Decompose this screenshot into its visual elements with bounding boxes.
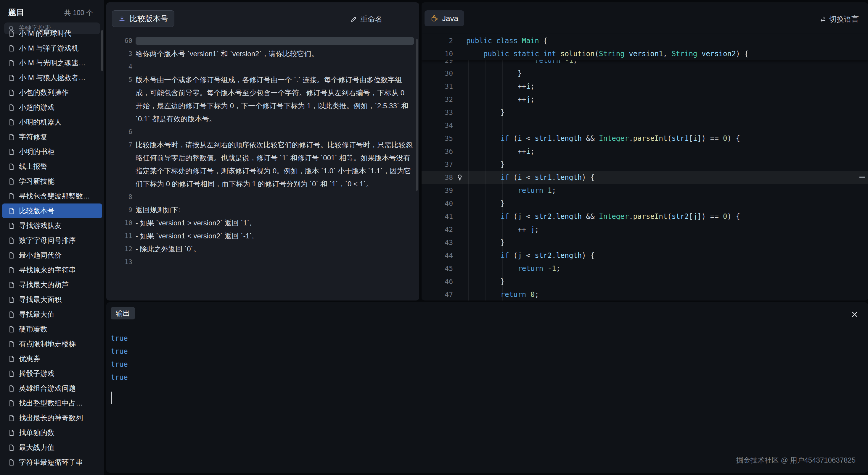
sidebar-item[interactable]: 小超的游戏 (2, 100, 102, 115)
lightbulb-slot[interactable] (453, 171, 466, 184)
description-header: 比较版本号 重命名 (106, 2, 419, 34)
switch-language-label: 切换语言 (829, 14, 859, 24)
sidebar-item-selected[interactable]: 比较版本号 (2, 203, 102, 218)
sidebar-item[interactable]: 寻找包含斐波那契数… (2, 189, 102, 203)
document-icon (8, 326, 15, 333)
sidebar-item[interactable]: 小 M 的星球时代 (2, 30, 102, 41)
sidebar-item[interactable]: 小明的机器人 (2, 115, 102, 130)
sidebar-item-label: 找出最长的神奇数列 (19, 413, 83, 422)
code-line[interactable]: 43 } (422, 236, 868, 249)
gutter-slot (453, 119, 466, 132)
description-line-text[interactable]: 返回规则如下: (135, 203, 413, 216)
sidebar-item[interactable]: 小 M 与光明之魂速… (2, 56, 102, 70)
sidebar-item[interactable]: 寻找最大面积 (2, 292, 102, 307)
lightbulb-icon (456, 174, 463, 181)
console-body[interactable]: truetruetruetrue (111, 332, 128, 384)
code-line[interactable]: 30 } (422, 67, 868, 80)
code-line[interactable]: 33 } (422, 106, 868, 119)
sidebar-item[interactable]: 数字字母问号排序 (2, 233, 102, 248)
code-line[interactable]: 46 } (422, 275, 868, 288)
code-line[interactable]: 41 if (j < str2.length && Integer.parseI… (422, 210, 868, 223)
sidebar-item[interactable]: 字符修复 (2, 130, 102, 144)
description-line-text[interactable]: 给你两个版本号 `version1` 和 `version2`，请你比较它们。 (135, 47, 413, 60)
sidebar-item[interactable]: 寻找游戏队友 (2, 218, 102, 233)
close-icon[interactable] (851, 311, 859, 318)
sidebar-item[interactable]: 最小趋同代价 (2, 248, 102, 263)
sidebar-item[interactable]: 字符串最短循环子串 (2, 455, 102, 470)
sidebar-item[interactable]: 小 M 与狼人拯救者… (2, 70, 102, 85)
line-number: 37 (422, 158, 453, 171)
code-line-highlighted[interactable]: 38 if (i < str1.length) { (422, 171, 868, 184)
line-number: 33 (422, 106, 453, 119)
gutter-slot (453, 223, 466, 236)
code-line[interactable]: 29 return -1; (422, 60, 868, 67)
gutter-slot (453, 67, 466, 80)
sidebar-item[interactable]: 线上报警 (2, 159, 102, 174)
code-line[interactable]: 45 return -1; (422, 262, 868, 275)
description-body[interactable]: 603给你两个版本号 `version1` 和 `version2`，请你比较它… (106, 34, 419, 301)
sidebar-item[interactable]: 英雄组合游戏问题 (2, 381, 102, 396)
output-tab[interactable]: 输出 (111, 307, 135, 319)
description-line-text[interactable]: 比较版本号时，请按从左到右的顺序依次比较它们的修订号。比较修订号时，只需比较忽略… (135, 138, 413, 191)
sidebar-item-label: 优惠券 (19, 354, 40, 364)
sidebar-item-label: 找出整型数组中占… (19, 398, 83, 408)
description-line-text[interactable] (135, 126, 413, 138)
description-line-text[interactable]: - 如果 `version1 > version2` 返回 `1`, (135, 216, 413, 230)
sidebar-item[interactable]: 寻找最大值 (2, 307, 102, 322)
code-area[interactable]: 29 return -1;30 }31 ++i;32 ++j;33 }3435 … (422, 60, 868, 301)
sidebar-item[interactable]: 最大战力值 (2, 440, 102, 455)
code-line[interactable]: 10 public static int solution(String ver… (422, 47, 868, 60)
document-icon (8, 281, 15, 289)
code-line[interactable]: 42 ++ j; (422, 223, 868, 236)
gutter-slot (453, 60, 466, 67)
sidebar-scrollbar[interactable] (101, 30, 103, 71)
code-text: ++ j; (466, 223, 539, 236)
problem-title-chip[interactable]: 比较版本号 (112, 10, 174, 27)
code-text: } (466, 275, 505, 288)
description-line-text[interactable]: - 如果 `version1 < version2` 返回 `-1`, (135, 230, 413, 242)
line-number: 45 (422, 262, 453, 275)
swap-arrows-icon (819, 16, 826, 23)
description-scrollbar[interactable] (416, 39, 418, 191)
code-line[interactable]: 37 } (422, 158, 868, 171)
line-number: 7 (106, 138, 132, 151)
gutter-slot (453, 158, 466, 171)
gutter-slot (453, 47, 466, 60)
code-line[interactable]: 34 (422, 119, 868, 132)
code-line[interactable]: 39 return 1; (422, 184, 868, 197)
sidebar-item[interactable]: 小 M 与弹子游戏机 (2, 41, 102, 56)
code-line[interactable]: 35 if (i < str1.length && Integer.parseI… (422, 132, 868, 145)
sidebar-item[interactable]: 学习新技能 (2, 174, 102, 189)
sidebar-item[interactable]: 寻找最大的葫芦 (2, 277, 102, 292)
rename-button[interactable]: 重命名 (350, 14, 382, 24)
sidebar-item[interactable]: 优惠券 (2, 351, 102, 366)
code-line[interactable]: 31 ++i; (422, 80, 868, 93)
sidebar-item[interactable]: 找出整型数组中占… (2, 396, 102, 410)
sidebar-item[interactable]: 小包的数列操作 (2, 85, 102, 100)
description-line-text[interactable]: 版本号由一个或多个修订号组成，各修订号由一个 `.` 连接。每个修订号由多位数字… (135, 73, 413, 126)
sidebar-item[interactable]: 找出最长的神奇数列 (2, 410, 102, 425)
sidebar-item[interactable]: 找单独的数 (2, 425, 102, 440)
line-number: 31 (422, 80, 453, 93)
sidebar-item[interactable]: 有点限制地走楼梯 (2, 337, 102, 351)
sidebar-item[interactable]: 寻找原来的字符串 (2, 263, 102, 277)
gutter-slot (453, 210, 466, 223)
sidebar-item[interactable]: 硬币凑数 (2, 322, 102, 337)
description-line-text[interactable] (135, 60, 413, 73)
description-line-text[interactable] (135, 191, 413, 203)
description-line-text[interactable] (135, 256, 413, 269)
switch-language-button[interactable]: 切换语言 (819, 14, 859, 24)
sidebar-item[interactable]: 摇骰子游戏 (2, 366, 102, 381)
code-line[interactable]: 32 ++j; (422, 93, 868, 106)
code-line[interactable]: 36 ++i; (422, 145, 868, 158)
language-chip[interactable]: Java (425, 10, 464, 26)
code-line[interactable]: 47 return 0; (422, 288, 868, 301)
sidebar-item[interactable]: 小明的书柜 (2, 144, 102, 159)
code-text: ++j; (466, 93, 535, 106)
line-number: 40 (422, 197, 453, 210)
code-line[interactable]: 40 } (422, 197, 868, 210)
code-text: public class Main { (466, 34, 548, 47)
description-line-text[interactable]: - 除此之外返回 `0`。 (135, 242, 413, 256)
code-line[interactable]: 2public class Main { (422, 34, 868, 47)
code-line[interactable]: 44 if (j < str2.length) { (422, 249, 868, 262)
